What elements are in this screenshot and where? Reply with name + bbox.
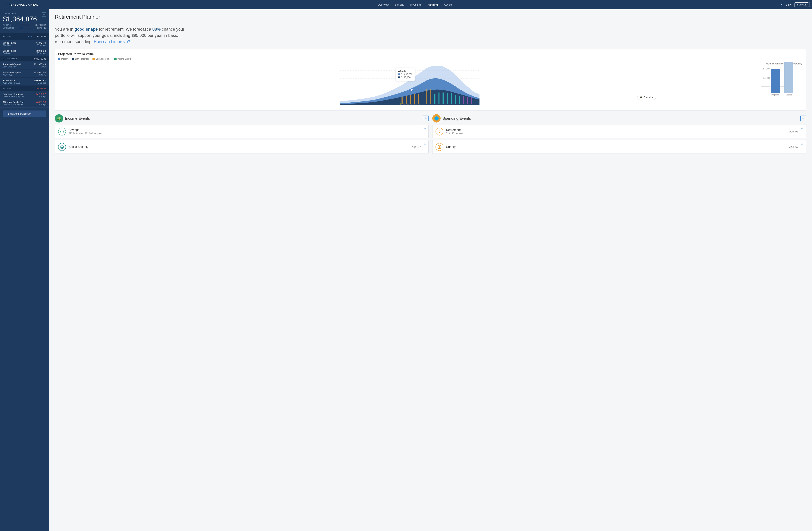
savings-event-info: Savings $93,148 today | $13,000 per year xyxy=(69,128,425,135)
svg-rect-7 xyxy=(414,94,415,104)
portfolio-chart: Age 42 $2,000,000 $235,456 xyxy=(58,62,762,107)
account-time: 1 hr ago xyxy=(39,95,46,98)
account-subname: Costco Anywhere Visa C... xyxy=(3,104,25,106)
spending-icon: 🌐 xyxy=(432,114,440,122)
svg-rect-10 xyxy=(438,92,439,104)
net-worth-value: $1,364,876 xyxy=(3,15,46,23)
nav-investing[interactable]: Investing xyxy=(410,3,421,6)
liabilities-bar-track xyxy=(19,28,36,28)
monthly-chart: Monthly Retirement Spending Ability $40,… xyxy=(765,62,803,107)
spending-events-column: 🌐 Spending Events + Retirement xyxy=(432,114,806,156)
forecast-text: You are in good shape for retirement. We… xyxy=(55,26,194,45)
account-time: 23 hrs ago xyxy=(37,44,46,46)
flag-icon[interactable]: ⚑ xyxy=(780,3,783,6)
cash-section-header[interactable]: CASH $8,448.62 xyxy=(0,33,49,40)
improve-link[interactable]: How can I improve? xyxy=(94,39,130,44)
account-amount: 5,372.70 xyxy=(36,41,46,44)
projected-bar-container: Projected xyxy=(771,69,780,96)
credit-section-header[interactable]: CREDIT -$9,822.62 xyxy=(0,86,49,91)
account-subname: 401k Ending in 7890 xyxy=(3,82,20,84)
link-account-button[interactable]: + Link Another Account xyxy=(3,110,46,117)
savings-edit-icon[interactable]: ✏ xyxy=(424,127,426,130)
user-menu[interactable]: Jim ▾ xyxy=(786,3,792,6)
top-nav: ← PERSONAL CAPITAL Overview Banking Inve… xyxy=(0,0,812,10)
list-item[interactable]: Retirement 130,911.67 401k Ending in 789… xyxy=(0,78,49,86)
nav-advice[interactable]: Advice xyxy=(444,3,452,6)
investment-label: INVESTMENT xyxy=(6,58,19,60)
list-item[interactable]: American Express -5,725.52 Blue Cash Eve… xyxy=(0,91,49,99)
retirement-event-icon xyxy=(435,128,444,135)
liabilities-bar-fill xyxy=(19,28,23,28)
retirement-text: Retirement Age 67 xyxy=(403,103,420,105)
svg-rect-13 xyxy=(451,93,452,104)
list-item[interactable]: Wells Fargo 5,372.70 Checking 23 hrs ago xyxy=(0,40,49,48)
social-security-edit-icon[interactable]: ✏ xyxy=(424,143,426,146)
chart-section: Projected Portfolio Value Median 10th Pe… xyxy=(55,49,806,110)
svg-rect-16 xyxy=(426,89,427,104)
investment-section-header[interactable]: INVESTMENT $905,406.81 xyxy=(0,56,49,61)
list-item[interactable]: Citibank Credit Car... -4,097.10 Costco … xyxy=(0,99,49,107)
retirement-event-detail: $20,148 per year xyxy=(446,132,787,135)
account-amount: 3,075.93 xyxy=(36,49,46,52)
list-item[interactable]: Personal Capital 163,591.50 Mary's 401k … xyxy=(0,70,49,78)
account-amount: 261,987.48 xyxy=(34,63,46,66)
list-item[interactable]: Personal Capital 261,987.48 John Smith I… xyxy=(0,61,49,70)
svg-rect-20 xyxy=(471,97,472,104)
credit-section: CREDIT -$9,822.62 American Express -5,72… xyxy=(0,86,49,107)
retirement-event-card: Retirement $20,148 per year Age 67 ✏ xyxy=(432,125,806,138)
monthly-chart-title: Monthly Retirement Spending Ability xyxy=(766,62,802,65)
cash-section: CASH $8,448.62 Wells Fargo 5,372.70 Chec… xyxy=(0,33,49,56)
projected-bar xyxy=(771,69,780,93)
income-events-header: 💵 Income Events + xyxy=(55,114,429,122)
svg-rect-14 xyxy=(455,95,456,104)
assets-amount: $1,738,342 xyxy=(35,24,46,26)
account-amount: 163,591.50 xyxy=(34,71,46,74)
income-events-title: Income Events xyxy=(65,116,90,121)
add-income-event-button[interactable]: + xyxy=(423,116,429,121)
income-events-header-left: 💵 Income Events xyxy=(55,114,90,122)
legend-10th: 10th Percentile xyxy=(72,58,89,60)
account-amount: -5,725.52 xyxy=(35,93,46,95)
forecast-percent: 88% xyxy=(152,27,160,32)
assets-bar-track xyxy=(19,25,34,25)
charity-event-name: Charity xyxy=(446,145,787,149)
chart-legend: Median 10th Percentile Spending Goals xyxy=(58,58,803,60)
nav-banking[interactable]: Banking xyxy=(395,3,404,6)
events-section: 💵 Income Events + Savings $93,148 xyxy=(55,114,806,156)
net-worth-section: + NET WORTH $1,364,876 ASSETS $1,738,342… xyxy=(0,10,49,33)
income-events-dot xyxy=(114,58,117,60)
desired-label: Desired xyxy=(786,94,792,96)
spending-events-header-left: 🌐 Spending Events xyxy=(432,114,471,122)
social-security-info: Social Security xyxy=(69,145,409,149)
svg-rect-19 xyxy=(467,97,468,104)
chart-title: Projected Portfolio Value xyxy=(58,53,803,56)
investment-amount: $905,406.81 xyxy=(34,58,46,60)
nav-overview[interactable]: Overview xyxy=(378,3,389,6)
savings-event-name: Savings xyxy=(69,128,425,132)
liabilities-label: LIABILITIES xyxy=(3,27,18,29)
app-title: PERSONAL CAPITAL xyxy=(9,3,38,6)
back-icon[interactable]: ← xyxy=(4,3,7,7)
assets-label: ASSETS xyxy=(3,24,18,26)
account-name: American Express xyxy=(3,93,23,95)
charity-edit-icon[interactable]: ✏ xyxy=(801,143,803,146)
add-account-icon[interactable]: + xyxy=(42,12,46,16)
retirement-edit-icon[interactable]: ✏ xyxy=(801,127,803,130)
charity-event-age: Age 67 xyxy=(789,145,798,148)
assets-bar-fill xyxy=(19,25,30,25)
charity-event-icon xyxy=(435,143,444,151)
monthly-bars: Projected Desired xyxy=(771,68,797,100)
account-name: Wells Fargo xyxy=(3,49,16,52)
retirement-event-info: Retirement $20,148 per year xyxy=(446,128,787,135)
nav-links: Overview Banking Investing Planning Advi… xyxy=(49,3,780,6)
credit-amount: -$9,822.62 xyxy=(36,87,46,90)
list-item[interactable]: Wells Fargo 3,075.93 Savings 23 hrs ago xyxy=(0,48,49,56)
projected-label: Projected xyxy=(771,94,779,96)
10th-percentile-dot xyxy=(72,58,74,60)
savings-event-icon xyxy=(58,128,66,135)
add-spending-event-button[interactable]: + xyxy=(800,116,806,121)
cash-sparkline xyxy=(26,34,35,38)
nav-planning[interactable]: Planning xyxy=(427,3,438,6)
app-logo[interactable]: ← PERSONAL CAPITAL xyxy=(4,3,38,7)
charity-event-card: Charity Age 67 ✏ xyxy=(432,140,806,154)
